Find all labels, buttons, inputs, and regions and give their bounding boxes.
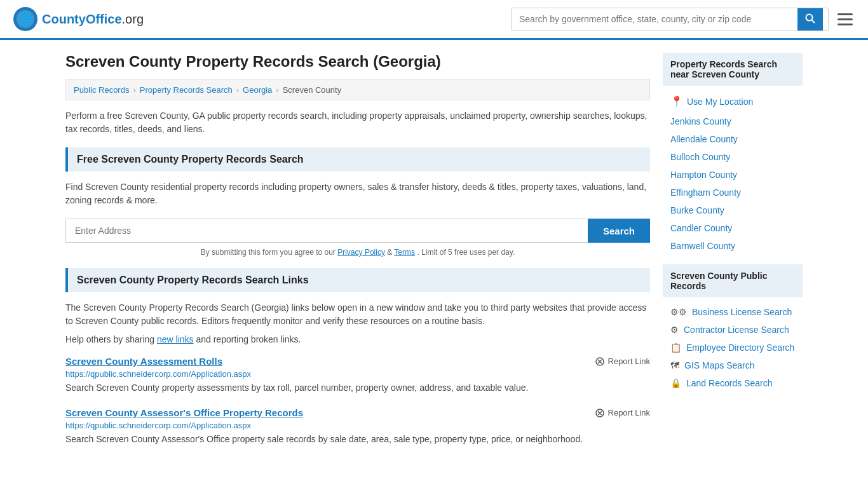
sidebar-item-effingham[interactable]: Effingham County	[663, 184, 803, 201]
record-title-1[interactable]: Screven County Assessment Rolls	[65, 356, 222, 367]
sidebar-item-candler[interactable]: Candler County	[663, 220, 803, 236]
main-container: Screven County Property Records Search (…	[53, 40, 815, 471]
site-header: 🌐 CountyOffice.org	[0, 0, 868, 40]
logo-icon: 🌐	[13, 6, 38, 32]
free-search-section-header: Free Screven County Property Records Sea…	[65, 147, 650, 172]
location-dot-icon: 📍	[670, 95, 683, 107]
sidebar-item-jenkins[interactable]: Jenkins County	[663, 113, 803, 130]
svg-text:🌐: 🌐	[18, 12, 33, 26]
business-license-icon: ⚙⚙	[670, 307, 687, 317]
sidebar-item-burke[interactable]: Burke County	[663, 202, 803, 219]
sidebar-item-hampton[interactable]: Hampton County	[663, 166, 803, 183]
record-url-1[interactable]: https://qpublic.schneidercorp.com/Applic…	[65, 369, 650, 379]
sidebar-item-allendale[interactable]: Allendale County	[663, 131, 803, 147]
sidebar-item-barnwell[interactable]: Barnwell County	[663, 238, 803, 254]
share-text: Help others by sharing new links and rep…	[65, 334, 650, 344]
sidebar-business-license[interactable]: ⚙⚙ Business License Search	[663, 304, 803, 320]
sidebar-gis-maps[interactable]: 🗺 GIS Maps Search	[663, 357, 803, 374]
address-search-form: Search	[65, 219, 650, 243]
breadcrumb-georgia[interactable]: Georgia	[243, 85, 272, 95]
global-search-button[interactable]	[797, 8, 823, 30]
land-records-icon: 🔒	[670, 378, 681, 388]
new-links-link[interactable]: new links	[157, 334, 194, 344]
sidebar-nearby-title: Property Records Search near Screven Cou…	[663, 53, 803, 86]
record-desc-1: Search Screven County property assessmen…	[65, 381, 650, 395]
terms-link[interactable]: Terms	[394, 248, 415, 257]
breadcrumb-public-records[interactable]: Public Records	[74, 85, 129, 95]
hamburger-line-3	[837, 24, 853, 25]
hamburger-line-1	[837, 13, 853, 15]
address-input[interactable]	[65, 219, 588, 243]
breadcrumb-sep-3: ›	[276, 85, 278, 95]
breadcrumb-sep-1: ›	[133, 85, 135, 95]
record-item-2: Screven County Assessor's Office Propert…	[65, 407, 650, 446]
sidebar-contractor-license[interactable]: ⚙ Contractor License Search	[663, 322, 803, 338]
links-section-header: Screven County Property Records Search L…	[65, 268, 650, 292]
sidebar-item-bulloch[interactable]: Bulloch County	[663, 149, 803, 165]
page-description: Perform a free Screven County, GA public…	[65, 109, 650, 136]
gis-maps-icon: 🗺	[670, 360, 679, 370]
global-search-bar	[511, 8, 829, 31]
use-location-link[interactable]: Use My Location	[687, 97, 753, 107]
address-search-button[interactable]: Search	[588, 219, 650, 243]
header-right	[511, 8, 855, 31]
svg-line-4	[812, 20, 815, 23]
breadcrumb-property-records[interactable]: Property Records Search	[140, 85, 233, 95]
record-item-header-1: Screven County Assessment Rolls Report L…	[65, 356, 650, 367]
record-item-header-2: Screven County Assessor's Office Propert…	[65, 407, 650, 418]
sidebar-use-location[interactable]: 📍 Use My Location	[663, 92, 803, 111]
report-link-1[interactable]: Report Link	[595, 356, 650, 367]
sidebar-employee-directory[interactable]: 📋 Employee Directory Search	[663, 339, 803, 356]
record-desc-2: Search Screven County Assessor's Office …	[65, 433, 650, 446]
sidebar: Property Records Search near Screven Cou…	[663, 53, 803, 459]
page-title: Screven County Property Records Search (…	[65, 53, 650, 71]
sidebar-public-records-title: Screven County Public Records	[663, 264, 803, 297]
privacy-policy-link[interactable]: Privacy Policy	[337, 248, 385, 257]
breadcrumb-current: Screven County	[283, 85, 342, 95]
record-url-2[interactable]: https://qpublic.schneidercorp.com/Applic…	[65, 421, 650, 430]
record-title-2[interactable]: Screven County Assessor's Office Propert…	[65, 407, 303, 418]
employee-directory-icon: 📋	[670, 342, 681, 353]
hamburger-line-2	[837, 18, 853, 20]
global-search-input[interactable]	[512, 9, 797, 29]
links-section-description: The Screven County Property Records Sear…	[65, 301, 650, 328]
report-icon-2	[595, 408, 605, 418]
report-icon-1	[595, 356, 605, 367]
svg-point-3	[806, 14, 813, 20]
hamburger-menu[interactable]	[835, 11, 855, 28]
free-search-description: Find Screven County residential property…	[65, 180, 650, 207]
breadcrumb: Public Records › Property Records Search…	[65, 79, 650, 100]
sidebar-land-records[interactable]: 🔒 Land Records Search	[663, 375, 803, 391]
search-icon	[805, 13, 815, 24]
record-item: Screven County Assessment Rolls Report L…	[65, 356, 650, 395]
report-link-2[interactable]: Report Link	[595, 408, 650, 418]
logo: 🌐 CountyOffice.org	[13, 6, 144, 32]
contractor-license-icon: ⚙	[670, 325, 679, 335]
breadcrumb-sep-2: ›	[236, 85, 239, 95]
form-disclaimer: By submitting this form you agree to our…	[65, 248, 650, 257]
logo-text: CountyOffice.org	[42, 12, 144, 27]
content-area: Screven County Property Records Search (…	[65, 53, 650, 459]
